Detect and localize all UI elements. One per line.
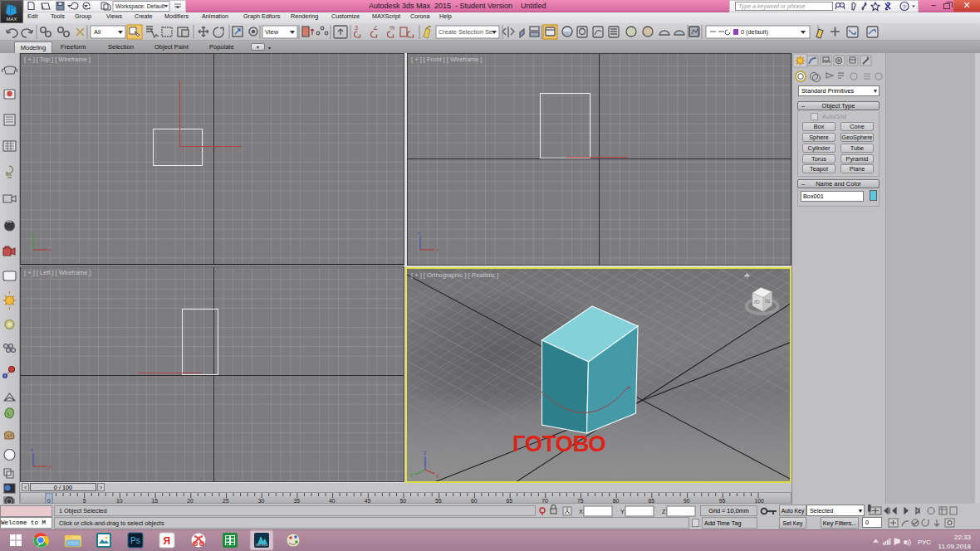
svg-text:15: 15 xyxy=(152,498,159,504)
svg-text:ПЕ: ПЕ xyxy=(765,300,770,304)
svg-text:80: 80 xyxy=(613,498,620,504)
svg-text:[ + ] [ Orthographic ] [ Reali: [ + ] [ Orthographic ] [ Realistic ] xyxy=(411,271,498,279)
svg-text:0: 0 xyxy=(47,498,51,504)
svg-text:Ps: Ps xyxy=(130,536,140,545)
svg-text:35: 35 xyxy=(293,498,300,504)
svg-text:%: % xyxy=(390,25,394,31)
svg-text:?: ? xyxy=(903,3,907,11)
svg-text:60: 60 xyxy=(471,498,478,504)
svg-text:View: View xyxy=(265,28,279,36)
svg-text:40: 40 xyxy=(329,498,336,504)
svg-text:55: 55 xyxy=(435,498,442,504)
svg-text:Workspace: Default: Workspace: Default xyxy=(115,3,164,10)
svg-text:30: 30 xyxy=(258,498,265,504)
svg-text:x: x xyxy=(49,247,51,252)
svg-text:45: 45 xyxy=(365,498,371,504)
svg-text:3ds max: 3ds max xyxy=(255,543,267,547)
svg-text:70: 70 xyxy=(541,498,548,504)
svg-text:20: 20 xyxy=(187,498,194,504)
svg-text:90: 90 xyxy=(684,498,690,504)
svg-text:5: 5 xyxy=(83,498,86,504)
svg-text:0 (default): 0 (default) xyxy=(741,28,768,36)
svg-text:x: x xyxy=(49,464,51,469)
svg-text:x: x xyxy=(436,247,439,252)
svg-text:25: 25 xyxy=(223,498,229,504)
svg-text:100: 100 xyxy=(755,498,765,504)
svg-text:z: z xyxy=(424,450,426,456)
svg-text:y: y xyxy=(31,231,33,236)
svg-text:Я: Я xyxy=(164,535,171,547)
svg-text:ГОТОВО: ГОТОВО xyxy=(512,431,605,456)
svg-text:Create Selection Se: Create Selection Se xyxy=(439,28,492,36)
svg-text:75: 75 xyxy=(577,498,584,504)
svg-text:50: 50 xyxy=(400,498,407,504)
svg-text:ЛО: ЛО xyxy=(754,300,760,305)
svg-text:65: 65 xyxy=(507,498,513,504)
svg-text:10: 10 xyxy=(116,498,123,504)
svg-text:MAX: MAX xyxy=(6,17,17,22)
svg-text:∠: ∠ xyxy=(373,25,378,31)
svg-text:95: 95 xyxy=(719,498,726,504)
svg-text:3: 3 xyxy=(355,25,358,31)
svg-text:85: 85 xyxy=(648,498,654,504)
svg-text:All: All xyxy=(94,28,101,36)
svg-text:z: z xyxy=(31,447,33,452)
svg-text:z: z xyxy=(418,231,420,236)
